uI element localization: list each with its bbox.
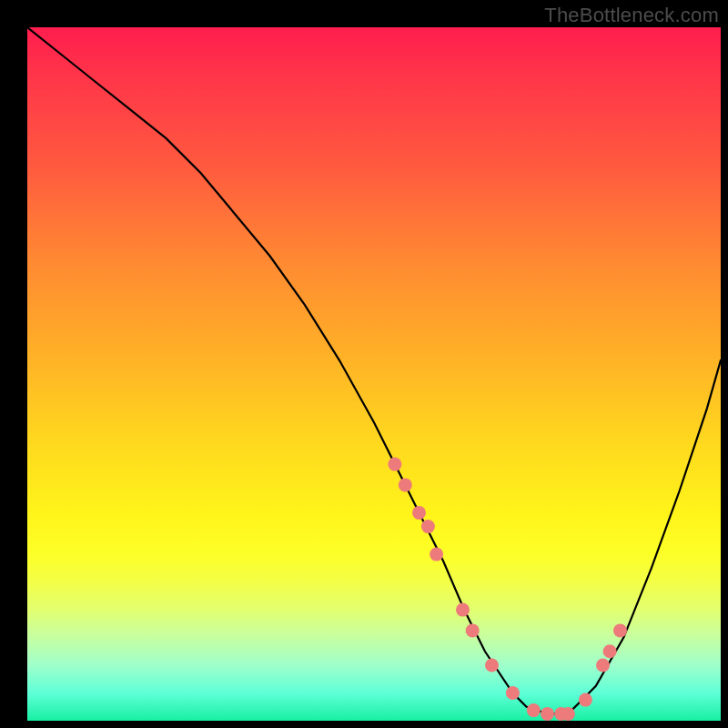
data-point — [613, 623, 627, 637]
data-point — [485, 659, 499, 672]
data-point — [579, 693, 592, 707]
watermark-text: TheBottleneck.com — [544, 4, 719, 27]
data-point — [430, 548, 443, 561]
data-point — [466, 623, 480, 637]
data-point — [541, 707, 554, 721]
chart-svg — [27, 27, 721, 721]
data-point — [603, 644, 617, 658]
data-point — [506, 686, 520, 700]
data-point — [456, 603, 470, 617]
data-point — [421, 520, 435, 533]
dot-series — [388, 458, 627, 721]
data-point — [527, 703, 541, 717]
data-point — [596, 659, 610, 672]
plot-area — [27, 27, 721, 721]
data-point — [561, 707, 575, 721]
curve-line — [27, 27, 721, 713]
data-point — [399, 478, 412, 491]
chart-container: TheBottleneck.com — [0, 0, 728, 728]
data-point — [412, 506, 426, 520]
data-point — [388, 458, 401, 471]
